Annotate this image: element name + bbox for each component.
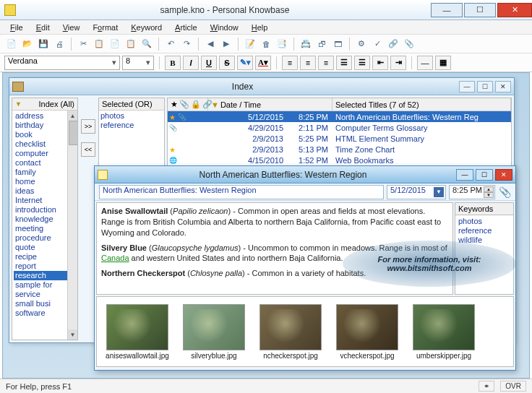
article-max-button[interactable]: ☐ [476, 169, 493, 181]
menu-help[interactable]: Help [246, 22, 274, 33]
article-close-button[interactable]: ✕ [495, 169, 512, 181]
thumbnail[interactable]: umberskipper.jpg [409, 304, 479, 360]
remove-keyword-button[interactable]: << [81, 142, 95, 157]
article-keyword-item[interactable]: photos [458, 217, 510, 226]
menu-article[interactable]: Article [169, 22, 203, 33]
maximize-button[interactable]: ☐ [464, 3, 496, 17]
link-icon[interactable]: 🔗 [386, 37, 400, 51]
menu-format[interactable]: Format [87, 22, 124, 33]
main-toolbar: 📄 📂 💾 🖨 ✂ 📋 📄 📋 🔍 ↶ ↷ ◀ ▶ 📝 🗑 📑 📇 🗗 🗖 ⚙ … [0, 35, 532, 53]
minimize-button[interactable]: — [431, 3, 463, 17]
scroll-thumb[interactable] [69, 121, 77, 145]
thumbnail[interactable]: aniseswallowtail.jpg [103, 304, 172, 360]
hr-button[interactable]: — [417, 56, 433, 70]
selected-list[interactable]: photosreference [99, 111, 164, 131]
new-icon[interactable]: 📄 [4, 37, 19, 51]
font-dropdown[interactable]: Verdana ▾ [4, 56, 120, 70]
nav-fwd-icon[interactable]: ▶ [219, 37, 233, 51]
index-header[interactable]: ▼ Index (All) [12, 98, 77, 111]
date-col-header[interactable]: ▼ Date / Time [208, 98, 332, 111]
numbers-button[interactable]: ☰ [354, 56, 370, 70]
paste-icon[interactable]: 📄 [108, 37, 122, 51]
format-toolbar: Verdana ▾ 8 ▾ B I U S ✎▾ A▾ ≡ ≡ ≡ ☰ ☰ ⇤ … [0, 53, 532, 72]
thumbnails-strip[interactable]: aniseswallowtail.jpgsilveryblue.jpgnchec… [96, 296, 514, 367]
index-min-button[interactable]: — [459, 81, 475, 92]
icons-col-header[interactable]: ★ 📎 🔒 🔗 [168, 98, 208, 111]
thumbnail[interactable]: silveryblue.jpg [179, 304, 249, 360]
canada-link[interactable]: Canada [101, 254, 129, 262]
selected-keyword-item[interactable]: reference [100, 121, 163, 130]
app-icon [4, 4, 16, 16]
delete-icon[interactable]: 🗑 [259, 37, 273, 51]
attach-icon[interactable]: 📎 [402, 37, 416, 51]
table-button[interactable]: ▦ [435, 56, 451, 70]
menu-file[interactable]: File [4, 22, 29, 33]
undo-icon[interactable]: ↶ [163, 37, 178, 51]
scroll-up-icon[interactable]: ▲ [68, 111, 77, 121]
selected-header[interactable]: Selected (OR) [99, 98, 164, 111]
table-row[interactable]: 2/9/20135:25 PMHTML Element Summary [168, 133, 511, 144]
time-input[interactable]: 8:25 PM ▲▼ [449, 185, 495, 199]
index-icon[interactable]: 📇 [299, 37, 313, 51]
table-row[interactable]: 🌐4/15/20101:52 PMWeb Bookmarks [168, 155, 511, 165]
article-titlebar[interactable]: North American Butterflies: Western Regi… [95, 166, 515, 183]
outdent-button[interactable]: ⇤ [372, 56, 388, 70]
article-keyword-item[interactable]: reference [458, 226, 510, 236]
save-icon[interactable]: 💾 [36, 37, 51, 51]
options-icon[interactable]: ⚙ [354, 37, 369, 51]
article-keyword-item[interactable]: wildlife [458, 236, 510, 245]
highlight-button[interactable]: ✎▾ [237, 56, 253, 70]
scroll-down-icon[interactable]: ▼ [68, 329, 77, 340]
title-input[interactable]: North American Butterflies: Western Regi… [99, 185, 384, 199]
underline-button[interactable]: U [201, 56, 217, 70]
article-min-button[interactable]: — [456, 169, 473, 181]
menu-view[interactable]: View [57, 22, 86, 33]
print-icon[interactable]: 🖨 [52, 37, 66, 51]
find-icon[interactable]: 🔍 [140, 37, 154, 51]
index-titlebar[interactable]: Index — ☐ ✕ [9, 78, 514, 95]
add-keyword-button[interactable]: >> [81, 119, 95, 134]
date-input[interactable]: 5/12/2015 ▼ [387, 185, 446, 199]
cut-icon[interactable]: ✂ [76, 37, 90, 51]
menu-window[interactable]: Window [205, 22, 244, 33]
calendar-dropdown-icon[interactable]: ▼ [434, 187, 444, 197]
align-center-button[interactable]: ≡ [300, 56, 316, 70]
close-button[interactable]: ✕ [497, 3, 532, 17]
copy-icon[interactable]: 📋 [92, 37, 106, 51]
menu-edit[interactable]: Edit [30, 22, 56, 33]
nav-back-icon[interactable]: ◀ [203, 37, 218, 51]
italic-button[interactable]: I [183, 56, 199, 70]
time-spinner[interactable]: ▲▼ [484, 186, 494, 198]
paste-special-icon[interactable]: 📋 [124, 37, 138, 51]
fontcolor-button[interactable]: A▾ [255, 56, 271, 70]
thumbnail[interactable]: ncheckerspot.jpg [256, 304, 325, 360]
index-max-button[interactable]: ☐ [477, 81, 493, 92]
redo-icon[interactable]: ↷ [179, 37, 194, 51]
selected-keyword-item[interactable]: photos [100, 111, 163, 121]
fontsize-dropdown[interactable]: 8 ▾ [122, 56, 154, 70]
cascade-icon[interactable]: 🗗 [314, 37, 329, 51]
table-row[interactable]: ★2/9/20135:13 PMTime Zone Chart [168, 144, 511, 155]
star-icon: ★ [171, 100, 178, 109]
titles-col-header[interactable]: Selected Titles (7 of 52) [332, 98, 511, 111]
menu-keyword[interactable]: Keyword [125, 22, 168, 33]
bold-button[interactable]: B [165, 56, 181, 70]
new-article-icon[interactable]: 📝 [243, 37, 257, 51]
article-body[interactable]: Anise Swallowtail (Papilio zelicaon) - C… [96, 202, 453, 295]
copy-article-icon[interactable]: 📑 [275, 37, 289, 51]
open-icon[interactable]: 📂 [20, 37, 35, 51]
tile-icon[interactable]: 🗖 [330, 37, 345, 51]
table-row[interactable]: 📎4/29/20152:11 PMComputer Terms Glossary [168, 122, 511, 133]
table-row[interactable]: ★📎5/12/20158:25 PMNorth American Butterf… [168, 111, 511, 122]
scrollbar[interactable]: ▲ ▼ [67, 111, 77, 340]
spellcheck-icon[interactable]: ✓ [370, 37, 385, 51]
indent-button[interactable]: ⇥ [390, 56, 406, 70]
bullets-button[interactable]: ☰ [336, 56, 352, 70]
strike-button[interactable]: S [219, 56, 235, 70]
article-keyword-list[interactable]: photosreferencewildlife [455, 215, 514, 295]
thumbnail[interactable]: vcheckerspot.jpg [332, 304, 402, 360]
align-right-button[interactable]: ≡ [318, 56, 334, 70]
attachment-icon[interactable]: 📎 [498, 185, 511, 199]
index-close-button[interactable]: ✕ [495, 81, 511, 92]
align-left-button[interactable]: ≡ [282, 56, 298, 70]
